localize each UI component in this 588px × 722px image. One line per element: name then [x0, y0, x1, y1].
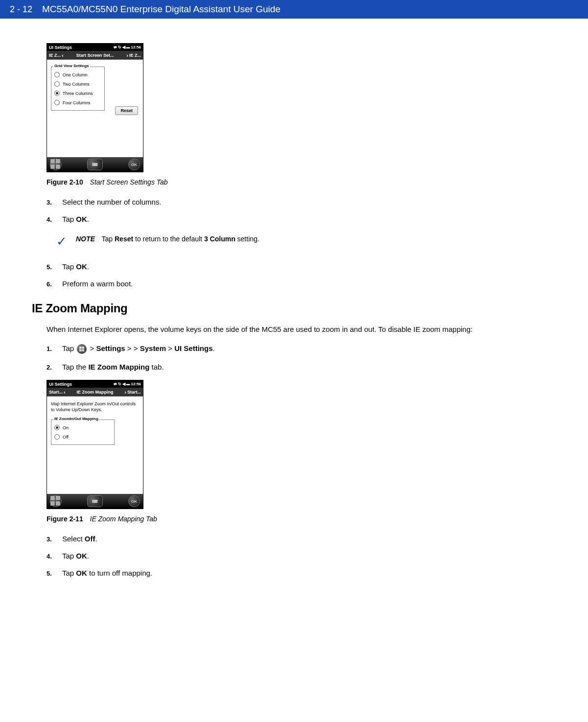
- document-title: MC55A0/MC55N0 Enterprise Digital Assista…: [42, 4, 281, 15]
- radio-label: Four Columns: [63, 100, 91, 105]
- keyboard-button-icon: ⌨: [87, 495, 103, 507]
- step-number: 5.: [47, 570, 53, 577]
- checkmark-icon: ✓: [56, 235, 67, 248]
- step-4: 4. Tap OK.: [47, 215, 541, 223]
- svg-rect-6: [79, 349, 81, 351]
- figure-title: Start Screen Settings Tab: [90, 178, 168, 186]
- step-list-a: 3. Select the number of columns. 4. Tap …: [47, 198, 541, 223]
- step-list-b: 5. Tap OK. 6. Preform a warm boot.: [47, 262, 541, 288]
- step-text: Tap > Settings > > System > UI Settings.: [62, 344, 215, 354]
- radio-label: Two Columns: [63, 82, 90, 87]
- figure-label: Figure 2-11: [47, 515, 83, 523]
- svg-rect-4: [79, 347, 81, 349]
- figure-label: Figure 2-10: [47, 178, 83, 186]
- figure-2-11-caption: Figure 2-11 IE Zoom Mapping Tab: [47, 515, 541, 523]
- grid-view-fieldset: Grid View Settings One Column Two Column…: [51, 67, 105, 111]
- tab-right: Start...: [127, 390, 141, 395]
- radio-label: One Column: [63, 72, 88, 77]
- note-content: NOTE Tap Reset to return to the default …: [76, 235, 259, 243]
- radio-icon: [54, 81, 60, 87]
- svg-rect-11: [56, 501, 60, 506]
- battery-icon: ▬: [126, 45, 130, 49]
- step-5: 5. Tap OK.: [47, 262, 541, 271]
- step-number: 3.: [47, 536, 53, 543]
- section-heading-ie-zoom: IE Zoom Mapping: [32, 302, 541, 315]
- battery-icon: ▬: [126, 382, 130, 386]
- chevron-left-icon: ‹: [63, 389, 67, 395]
- signal-icon: ⇄: [114, 382, 117, 386]
- device-body: Grid View Settings One Column Two Column…: [47, 60, 143, 157]
- step-4b: 4. Tap OK.: [47, 552, 541, 560]
- chevron-right-icon: ›: [125, 52, 129, 58]
- radio-label: On: [63, 425, 69, 430]
- figure-2-10-screenshot: UI Settings ⇄ ↻ ◀ ▬ 12:56 IE Z... ‹ Star…: [47, 43, 143, 172]
- start-icon: [77, 344, 87, 354]
- tab-right: IE Z...: [129, 53, 141, 58]
- radio-icon: [54, 434, 60, 440]
- radio-one-column: One Column: [54, 70, 101, 79]
- step-number: 1.: [47, 345, 53, 352]
- radio-four-columns: Four Columns: [54, 98, 101, 107]
- signal-icon: ⇄: [114, 45, 117, 49]
- tab-left: IE Z...: [49, 53, 61, 58]
- step-number: 5.: [47, 263, 53, 271]
- svg-rect-8: [50, 496, 55, 500]
- device-status-bar: UI Settings ⇄ ↻ ◀ ▬ 12:56: [47, 380, 143, 388]
- device-app-title: UI Settings: [49, 382, 72, 387]
- device-status-icons: ⇄ ↻ ◀ ▬ 12:56: [114, 45, 141, 49]
- device-body: Map Internet Explorer Zoom In/Out contro…: [47, 396, 143, 494]
- radio-two-columns: Two Columns: [54, 79, 101, 89]
- clock-text: 12:56: [131, 45, 141, 49]
- radio-label: Off: [63, 435, 69, 440]
- radio-three-columns: Three Columns: [54, 89, 101, 98]
- start-button-icon: [50, 495, 62, 507]
- device-status-icons: ⇄ ↻ ◀ ▬ 12:56: [114, 382, 141, 386]
- step-text: Tap the IE Zoom Mapping tab.: [62, 363, 164, 371]
- step-text: Tap OK.: [62, 552, 89, 560]
- device-status-bar: UI Settings ⇄ ↻ ◀ ▬ 12:56: [47, 44, 143, 51]
- page-number: 2 - 12: [10, 4, 32, 15]
- radio-icon-selected: [54, 425, 60, 430]
- svg-rect-1: [56, 159, 60, 163]
- svg-rect-9: [56, 496, 60, 500]
- radio-icon-selected: [54, 91, 60, 96]
- document-header: 2 - 12 MC55A0/MC55N0 Enterprise Digital …: [0, 0, 588, 19]
- device-bottom-bar: ⌨ OK: [47, 157, 143, 172]
- fieldset-legend: IE ZoomIn/Out Mapping: [53, 417, 99, 421]
- step-text: Select the number of columns.: [62, 198, 162, 206]
- radio-icon: [54, 72, 60, 77]
- step-number: 4.: [47, 216, 53, 223]
- svg-rect-2: [50, 164, 55, 169]
- radio-icon: [54, 100, 60, 105]
- step-2: 2. Tap the IE Zoom Mapping tab.: [47, 363, 541, 371]
- svg-rect-3: [56, 164, 60, 169]
- step-text: Select Off.: [62, 535, 97, 543]
- clock-text: 12:56: [131, 382, 141, 386]
- step-text: Tap OK to turn off mapping.: [62, 569, 152, 577]
- step-number: 4.: [47, 553, 53, 560]
- ok-button: OK: [128, 495, 140, 507]
- step-text: Preform a warm boot.: [62, 279, 133, 288]
- radio-off: Off: [54, 432, 111, 442]
- step-number: 6.: [47, 280, 53, 288]
- step-text: Tap OK.: [62, 215, 89, 223]
- page-content: UI Settings ⇄ ↻ ◀ ▬ 12:56 IE Z... ‹ Star…: [0, 19, 588, 606]
- ok-button: OK: [128, 159, 140, 170]
- note-block: ✓ NOTE Tap Reset to return to the defaul…: [56, 235, 541, 248]
- step-3: 3. Select the number of columns.: [47, 198, 541, 206]
- keyboard-button-icon: ⌨: [87, 159, 103, 170]
- chevron-right-icon: ›: [123, 389, 127, 395]
- step-5b: 5. Tap OK to turn off mapping.: [47, 569, 541, 577]
- step-number: 2.: [47, 364, 53, 371]
- fieldset-legend: Grid View Settings: [53, 64, 90, 68]
- device-tab-bar: IE Z... ‹ Start Screen Set... › IE Z...: [47, 51, 143, 60]
- start-button-icon: [50, 159, 62, 170]
- speaker-icon: ◀: [122, 45, 125, 49]
- step-6: 6. Preform a warm boot.: [47, 279, 541, 288]
- tab-left: Start...: [49, 390, 63, 395]
- reset-button: Reset: [115, 106, 138, 115]
- chevron-left-icon: ‹: [61, 52, 65, 58]
- figure-2-11-screenshot: UI Settings ⇄ ↻ ◀ ▬ 12:56 Start... ‹ IE …: [47, 380, 143, 509]
- radio-label: Three Columns: [63, 91, 93, 96]
- radio-on: On: [54, 423, 111, 432]
